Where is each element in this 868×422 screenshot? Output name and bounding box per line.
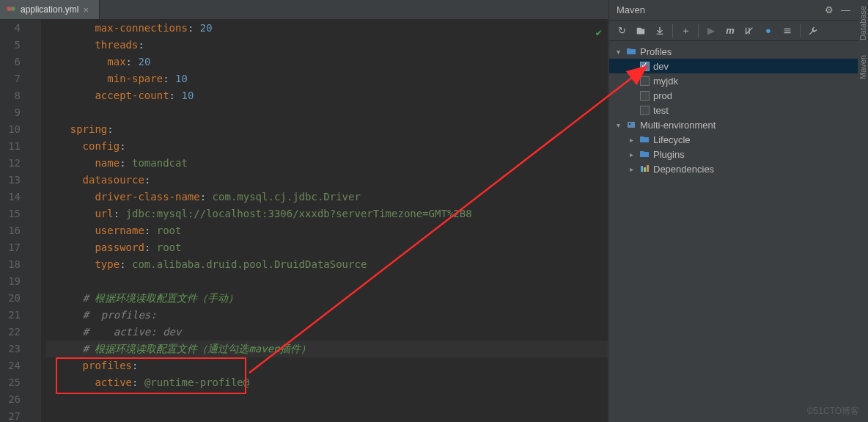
- svg-rect-5: [644, 167, 646, 172]
- maven-header: Maven ⚙ —: [609, 0, 858, 21]
- svg-rect-3: [629, 123, 630, 125]
- file-tab[interactable]: application.yml ×: [0, 0, 100, 19]
- tree-row[interactable]: myjdk: [609, 73, 858, 88]
- right-tool-strip: Database Maven: [858, 0, 868, 422]
- show-diagram-icon[interactable]: [779, 23, 795, 39]
- inspection-ok-icon: ✔: [596, 24, 602, 41]
- skip-tests-icon[interactable]: [741, 23, 757, 39]
- tree-row[interactable]: ▾Profiles: [609, 44, 858, 59]
- line-number-gutter: 4567891011121314151617181920212223242526…: [0, 20, 26, 422]
- reload-icon[interactable]: ↻: [614, 23, 630, 39]
- svg-rect-6: [647, 165, 649, 172]
- svg-point-1: [11, 6, 15, 10]
- download-icon[interactable]: [652, 23, 668, 39]
- gear-icon[interactable]: ⚙: [825, 4, 834, 15]
- svg-point-0: [7, 6, 11, 10]
- watermark: ©51CTO博客: [807, 405, 859, 418]
- tree-row[interactable]: prod: [609, 88, 858, 103]
- maven-title: Maven: [617, 4, 645, 15]
- generate-sources-icon[interactable]: [633, 23, 649, 39]
- code-area[interactable]: 4567891011121314151617181920212223242526…: [0, 20, 608, 422]
- editor-pane: application.yml × 4567891011121314151617…: [0, 0, 608, 422]
- close-icon[interactable]: ×: [83, 4, 92, 15]
- maven-tab[interactable]: Maven: [858, 55, 867, 79]
- database-tab[interactable]: Database: [858, 6, 867, 40]
- minimize-icon[interactable]: —: [841, 4, 850, 15]
- offline-mode-icon[interactable]: ●: [760, 23, 776, 39]
- yaml-file-icon: [6, 4, 16, 16]
- maven-toolbar: ↻ ＋ ▶ m ●: [609, 21, 858, 41]
- annotation-box: [56, 357, 246, 394]
- tree-row[interactable]: ▸Plugins: [609, 147, 858, 161]
- fold-column[interactable]: [26, 20, 41, 422]
- code-content[interactable]: ✔ max-connections: 20 threads: max: 20 m…: [41, 20, 608, 422]
- maven-panel: Maven ⚙ — ↻ ＋ ▶ m ● ▾Profilesdevmyjdkpro…: [608, 0, 858, 422]
- tab-bar: application.yml ×: [0, 0, 608, 20]
- wrench-icon[interactable]: [805, 23, 821, 39]
- svg-rect-4: [641, 166, 643, 172]
- execute-goal-icon[interactable]: m: [722, 23, 738, 39]
- svg-rect-2: [628, 122, 635, 128]
- add-icon[interactable]: ＋: [677, 23, 694, 39]
- run-icon[interactable]: ▶: [703, 23, 719, 39]
- tree-row[interactable]: dev: [609, 59, 858, 73]
- tree-row[interactable]: ▸Dependencies: [609, 161, 858, 176]
- tree-row[interactable]: ▸Lifecycle: [609, 132, 858, 147]
- maven-tree[interactable]: ▾Profilesdevmyjdkprodtest▾Multi-environm…: [609, 41, 858, 422]
- tree-row[interactable]: test: [609, 103, 858, 117]
- file-tab-label: application.yml: [21, 4, 78, 15]
- tree-row[interactable]: ▾Multi-environment: [609, 117, 858, 132]
